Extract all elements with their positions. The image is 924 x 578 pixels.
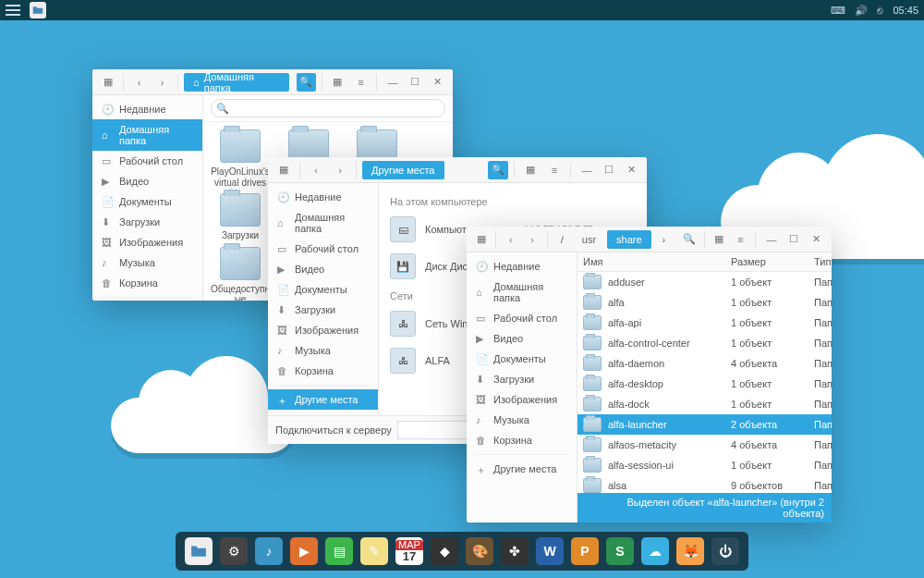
sidebar-item-music[interactable]: ♪Музыка (92, 252, 202, 273)
dock-firefox[interactable]: 🦊 (676, 537, 704, 565)
breadcrumb-crumb[interactable]: / (553, 230, 571, 249)
tray-keyboard-icon[interactable]: ⌨ (831, 5, 845, 17)
dock-wps-spreadsheet[interactable]: S (606, 537, 634, 565)
window-maximize-button[interactable]: ☐ (599, 161, 619, 179)
sidebar-item-desktop[interactable]: ▭Рабочий стол (268, 239, 378, 259)
search-button[interactable]: 🔍 (680, 230, 698, 249)
table-row[interactable]: adduser1 объектПапка (578, 272, 832, 292)
dock-gimp[interactable]: 🎨 (466, 537, 493, 565)
sidebar-item-pictures[interactable]: 🖼Изображения (92, 232, 202, 252)
breadcrumb-next[interactable]: › (655, 230, 674, 249)
table-header[interactable]: Имя Размер Тип (578, 252, 832, 272)
sidebar-item-home[interactable]: ⌂Домашняя папка (92, 119, 202, 151)
sidebar-item-desktop[interactable]: ▭Рабочий стол (92, 151, 202, 171)
sidebar-item-home[interactable]: ⌂Домашняя папка (467, 277, 577, 308)
view-grid-button[interactable]: ▦ (710, 230, 727, 249)
sidebar-item-trash[interactable]: 🗑Корзина (92, 273, 202, 293)
table-row[interactable]: alfa-launcher2 объектаПапка (578, 414, 832, 435)
sidebar-item-other[interactable]: ＋Другие места (467, 459, 577, 479)
column-size[interactable]: Размер (731, 256, 814, 267)
view-list-button[interactable]: ≡ (732, 230, 749, 249)
clock[interactable]: 05:45 (893, 5, 918, 16)
view-list-button[interactable]: ≡ (544, 161, 565, 179)
window-close-button[interactable]: ✕ (621, 161, 641, 179)
dock-wps-presentation[interactable]: P (571, 537, 599, 565)
breadcrumb-current[interactable]: share (607, 230, 651, 249)
window-maximize-button[interactable]: ☐ (405, 73, 425, 92)
dock-music[interactable]: ♪ (255, 537, 283, 565)
folder-item[interactable]: PlayOnLinux's virtual drives (211, 129, 270, 188)
dock-filemanager[interactable] (185, 537, 213, 565)
dock-settings[interactable]: ⚙ (220, 537, 248, 565)
nav-back-button[interactable]: ‹ (306, 161, 326, 179)
sidebar-item-recent[interactable]: 🕘Недавние (268, 187, 378, 207)
window-minimize-button[interactable]: — (383, 73, 403, 92)
dock-wps-writer[interactable]: W (536, 537, 564, 565)
table-row[interactable]: alfa-dock1 объектПапка (578, 394, 832, 414)
table-row[interactable]: alfa1 объектПапка (578, 292, 832, 313)
column-name[interactable]: Имя (583, 256, 731, 267)
sidebar-item-documents[interactable]: 📄Документы (467, 349, 577, 369)
breadcrumb-home[interactable]: ⌂ Домашняя папка (184, 73, 289, 92)
view-grid-button[interactable]: ▦ (520, 161, 541, 179)
sidebar-item-videos[interactable]: ▶Видео (268, 259, 378, 279)
window-close-button[interactable]: ✕ (806, 230, 826, 249)
sidebar-item-recent[interactable]: 🕘Недавние (92, 99, 202, 119)
table-row[interactable]: alfa-session-ui1 объектПапка (578, 455, 832, 475)
dock-inkscape[interactable]: ◆ (431, 537, 458, 565)
sidebar-item-trash[interactable]: 🗑Корзина (268, 361, 378, 381)
sidebar-item-documents[interactable]: 📄Документы (268, 279, 378, 300)
dock-notes[interactable]: ✎ (360, 537, 388, 565)
nav-back-button[interactable]: ‹ (129, 73, 149, 92)
app-menu-button[interactable] (6, 5, 20, 16)
table-row[interactable]: alfa-desktop1 объектПапка (578, 374, 832, 394)
window-minimize-button[interactable]: — (761, 230, 782, 249)
table-row[interactable]: alfaos-metacity4 объектаПапка (578, 435, 832, 455)
sidebar-item-documents[interactable]: 📄Документы (92, 191, 202, 212)
dock-power[interactable]: ⏻ (711, 537, 739, 565)
dock-playonlinux[interactable]: ✤ (501, 537, 529, 565)
new-tab-button[interactable]: ▦ (472, 230, 490, 249)
nav-forward-button[interactable]: › (330, 161, 350, 179)
sidebar-item-other[interactable]: ＋Другие места (268, 389, 378, 410)
nav-back-button[interactable]: ‹ (502, 230, 519, 249)
folder-item[interactable]: Общедоступные (211, 247, 270, 301)
sidebar-item-downloads[interactable]: ⬇Загрузки (92, 212, 202, 232)
folder-item[interactable]: Загрузки (211, 193, 270, 241)
sidebar-item-videos[interactable]: ▶Видео (467, 328, 577, 349)
sidebar-item-videos[interactable]: ▶Видео (92, 171, 202, 191)
sidebar-item-home[interactable]: ⌂Домашняя папка (268, 207, 378, 239)
table-row[interactable]: alfa-daemon4 объектаПапка (578, 353, 832, 374)
search-button[interactable]: 🔍 (297, 73, 316, 92)
sidebar-item-recent[interactable]: 🕘Недавние (467, 256, 577, 277)
dock-calendar[interactable]: МАР 17 (395, 537, 423, 565)
sidebar-item-desktop[interactable]: ▭Рабочий стол (467, 308, 577, 328)
sidebar-item-music[interactable]: ♪Музыка (467, 410, 577, 430)
taskbar-app-filemanager[interactable] (30, 2, 46, 18)
view-grid-button[interactable]: ▦ (328, 73, 347, 92)
column-type[interactable]: Тип (814, 256, 831, 267)
new-tab-button[interactable]: ▦ (98, 73, 117, 92)
dock-browser[interactable]: ☁ (641, 537, 669, 565)
sidebar-item-downloads[interactable]: ⬇Загрузки (467, 369, 577, 389)
view-list-button[interactable]: ≡ (351, 73, 371, 92)
sidebar-item-pictures[interactable]: 🖼Изображения (268, 320, 378, 340)
tray-volume-icon[interactable]: 🔊 (855, 5, 868, 17)
file-list[interactable]: adduser1 объектПапкаalfa1 объектПапкаalf… (578, 272, 832, 493)
breadcrumb-crumb[interactable]: usr (575, 230, 603, 249)
table-row[interactable]: alsa9 объектовПапка (578, 475, 832, 493)
search-input[interactable] (211, 99, 445, 117)
window-close-button[interactable]: ✕ (427, 73, 447, 92)
breadcrumb-other[interactable]: Другие места (362, 161, 444, 179)
nav-forward-button[interactable]: › (152, 73, 172, 92)
sidebar-item-downloads[interactable]: ⬇Загрузки (268, 300, 378, 320)
window-maximize-button[interactable]: ☐ (784, 230, 804, 249)
sidebar-item-music[interactable]: ♪Музыка (268, 340, 378, 361)
dock-video[interactable]: ▶ (290, 537, 318, 565)
tray-network-icon[interactable]: ⎋ (877, 5, 883, 16)
dock-spreadsheet[interactable]: ▤ (325, 537, 353, 565)
window-minimize-button[interactable]: — (577, 161, 597, 179)
search-button[interactable]: 🔍 (488, 161, 508, 179)
sidebar-item-trash[interactable]: 🗑Корзина (467, 430, 577, 450)
table-row[interactable]: alfa-api1 объектПапка (578, 313, 832, 333)
